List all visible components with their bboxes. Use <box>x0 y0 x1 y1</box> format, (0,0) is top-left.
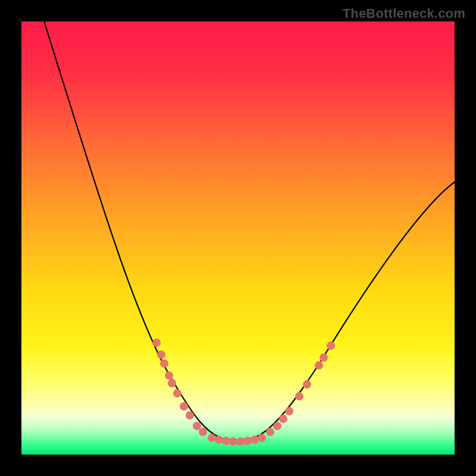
curve-marker <box>258 434 266 442</box>
curve-marker <box>222 437 230 445</box>
chart-frame: TheBottleneck.com <box>0 0 476 476</box>
curve-marker <box>295 392 303 400</box>
chart-svg <box>21 21 455 455</box>
curve-marker <box>250 436 259 444</box>
curve-marker <box>193 422 201 430</box>
curve-marker <box>327 342 335 350</box>
curve-marker <box>160 359 168 368</box>
curve-marker <box>208 434 216 442</box>
curve-marker <box>320 353 328 362</box>
curve-marker <box>273 422 281 430</box>
plot-area <box>21 21 455 455</box>
watermark-text: TheBottleneck.com <box>343 6 465 21</box>
curve-marker <box>229 437 237 446</box>
curve-marker <box>215 436 223 444</box>
curve-marker <box>152 339 161 347</box>
curve-marker <box>303 380 311 389</box>
curve-marker <box>165 371 173 380</box>
marker-group-left <box>152 339 207 436</box>
curve-marker <box>279 415 287 423</box>
curve-marker <box>315 361 323 369</box>
curve-marker <box>186 411 194 419</box>
curve-marker <box>266 428 274 436</box>
curve-marker <box>285 407 293 415</box>
curve-marker <box>157 350 165 359</box>
curve-marker <box>199 428 207 436</box>
curve-marker <box>243 437 252 445</box>
curve-marker <box>236 437 245 446</box>
curve-marker <box>168 379 176 387</box>
curve-marker <box>173 389 181 397</box>
curve-marker <box>180 402 188 411</box>
bottleneck-curve <box>42 21 455 440</box>
